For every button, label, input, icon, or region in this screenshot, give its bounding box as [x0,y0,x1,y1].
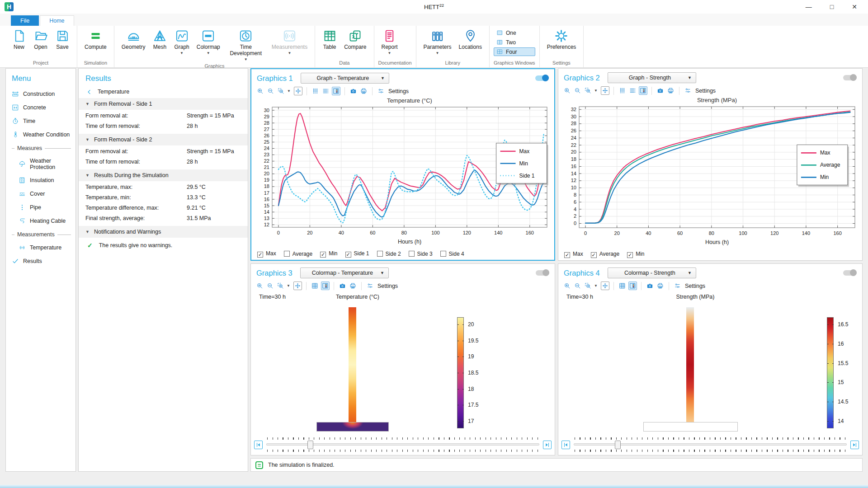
fit-view-icon[interactable] [601,86,609,95]
ribbon-button-one[interactable]: One [494,28,535,37]
ribbon-button-compare[interactable]: Compare [341,28,369,52]
zoom-in-icon[interactable] [256,87,264,95]
slider-thumb[interactable] [307,441,313,449]
legend-colorbar-icon[interactable] [321,282,330,290]
ribbon-button-table[interactable]: Table [319,28,340,52]
printer-icon[interactable] [349,282,357,290]
ribbon-button-measurements[interactable]: Measurements▼ [269,28,311,56]
zoom-out-icon[interactable] [266,282,274,290]
legend-colorbar-icon[interactable] [628,282,637,290]
settings-sliders-icon[interactable] [684,86,692,95]
panel-toggle[interactable] [535,75,549,81]
ribbon-button-graph[interactable]: Graph▼ [171,28,192,56]
zoom-in-icon[interactable] [563,86,571,95]
zoom-region-icon[interactable] [277,87,285,95]
legend-colorbar-icon[interactable] [639,86,647,95]
zoom-in-icon[interactable] [255,282,264,290]
ribbon-button-four[interactable]: Four [494,47,535,56]
minimize-button[interactable]: — [806,3,812,10]
ribbon-button-parameters[interactable]: Parameters▼ [420,28,455,56]
zoom-region-icon[interactable] [584,86,592,95]
zoom-in-icon[interactable] [563,282,571,290]
series-checkbox-max[interactable]: ✓Max [257,250,276,258]
x-grid-icon[interactable] [311,87,320,95]
sidebar-item-weather-condition[interactable]: Weather Condition [12,131,75,138]
series-checkbox-side-1[interactable]: ✓Side 1 [345,250,369,258]
settings-sliders-icon[interactable] [377,87,385,95]
sidebar-item-heating-cable[interactable]: Heating Cable [19,217,75,225]
series-checkbox-average[interactable]: ✓Average [591,251,619,258]
table-grid-icon[interactable] [311,282,319,290]
step-forward-button[interactable] [543,441,552,449]
settings-button-label[interactable]: Settings [377,283,398,289]
settings-sliders-icon[interactable] [366,282,374,290]
ribbon-button-mesh[interactable]: Mesh [149,28,170,52]
close-button[interactable]: ✕ [852,3,857,10]
zoom-out-icon[interactable] [573,282,582,290]
sidebar-item-cover[interactable]: Cover [19,190,75,197]
camera-icon[interactable] [656,86,665,95]
ribbon-tab-home[interactable]: Home [40,15,74,26]
printer-icon[interactable] [666,86,675,95]
printer-icon[interactable] [656,282,665,290]
ribbon-button-two[interactable]: Two [494,38,535,47]
ribbon-button-geometry[interactable]: Geometry [118,28,149,52]
view-select-combo[interactable]: Graph - Temperature▼ [301,73,389,84]
ribbon-button-locations[interactable]: Locations [456,28,485,52]
dropdown-arrow-icon[interactable]: ▼ [594,284,598,288]
dropdown-arrow-icon[interactable]: ▼ [287,89,291,93]
results-back-link[interactable]: Temperature [86,89,248,95]
panel-toggle[interactable] [843,75,857,80]
ribbon-button-save[interactable]: Save [52,28,73,52]
series-checkbox-min[interactable]: ✓Min [320,250,337,258]
series-checkbox-side-4[interactable]: Side 4 [440,251,464,257]
sidebar-item-insulation[interactable]: Insulation [19,177,75,184]
ribbon-tab-file[interactable]: File [11,15,39,26]
sidebar-item-weather-protection[interactable]: Weather Protection [19,158,75,170]
series-checkbox-max[interactable]: ✓Max [564,251,583,258]
settings-sliders-icon[interactable] [673,282,682,290]
zoom-region-icon[interactable] [276,282,285,290]
series-checkbox-average[interactable]: Average [284,251,312,257]
settings-button-label[interactable]: Settings [685,283,705,289]
y-grid-icon[interactable] [628,86,637,95]
y-grid-icon[interactable] [321,87,330,95]
legend-colorbar-icon[interactable] [332,87,340,95]
ribbon-button-new[interactable]: New [9,28,29,52]
printer-icon[interactable] [359,87,368,95]
camera-icon[interactable] [646,282,654,290]
step-back-button[interactable] [561,441,570,449]
view-select-combo[interactable]: Colormap - Temperature▼ [300,267,389,278]
x-grid-icon[interactable] [618,86,627,95]
camera-icon[interactable] [349,87,358,95]
settings-button-label[interactable]: Settings [388,88,409,94]
results-section-header[interactable]: ▼Form Removal - Side 2 [79,134,248,145]
ribbon-button-open[interactable]: Open [30,28,51,52]
ribbon-button-colormap[interactable]: Colormap▼ [193,28,223,56]
sidebar-item-results[interactable]: Results [12,258,75,265]
panel-toggle[interactable] [536,270,549,276]
zoom-region-icon[interactable] [584,282,592,290]
step-forward-button[interactable] [850,441,859,449]
sidebar-item-pipe[interactable]: Pipe [19,204,75,211]
sidebar-item-concrete[interactable]: Concrete [12,104,75,111]
sidebar-item-temperature[interactable]: Temperature [19,244,75,251]
maximize-button[interactable]: □ [830,3,834,10]
series-checkbox-side-3[interactable]: Side 3 [409,251,433,257]
slider-track[interactable] [266,443,539,446]
slider-track[interactable] [574,443,847,446]
camera-icon[interactable] [338,282,347,290]
results-section-header[interactable]: ▼Notifications and Warnings [79,226,248,238]
ribbon-button-time-development[interactable]: Time Development▼ [224,28,268,62]
view-select-combo[interactable]: Colormap - Strength▼ [608,267,696,278]
panel-toggle[interactable] [843,270,857,276]
step-back-button[interactable] [254,441,263,449]
results-section-header[interactable]: ▼Results During the Simulation [79,169,248,181]
fit-view-icon[interactable] [294,87,302,95]
zoom-out-icon[interactable] [266,87,275,95]
zoom-out-icon[interactable] [573,86,582,95]
ribbon-button-compute[interactable]: Compute [81,28,110,52]
series-checkbox-min[interactable]: ✓Min [627,251,644,258]
slider-thumb[interactable] [615,441,621,449]
dropdown-arrow-icon[interactable]: ▼ [594,89,598,93]
